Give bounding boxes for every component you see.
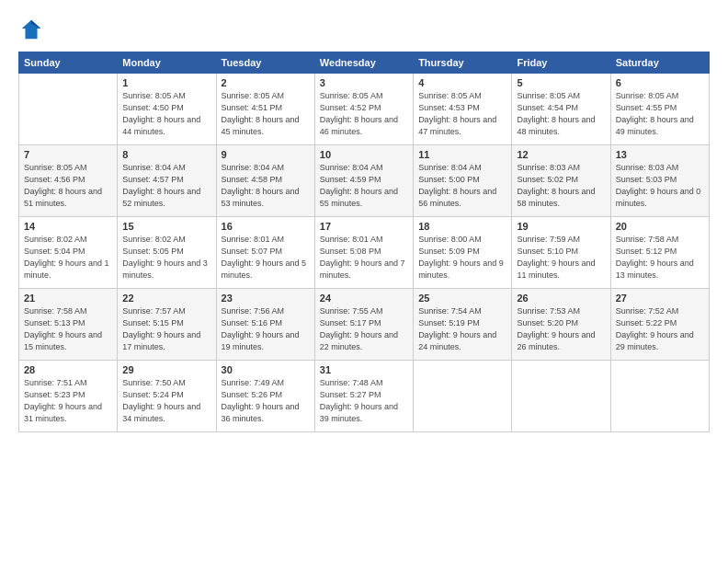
calendar-cell: 7Sunrise: 8:05 AMSunset: 4:56 PMDaylight… xyxy=(19,145,118,217)
header-day-tuesday: Tuesday xyxy=(216,52,314,74)
day-number: 3 xyxy=(320,77,408,88)
calendar-cell: 1Sunrise: 8:05 AMSunset: 4:50 PMDaylight… xyxy=(118,74,216,145)
day-number: 12 xyxy=(517,149,605,160)
logo-icon xyxy=(18,17,44,42)
header-day-sunday: Sunday xyxy=(19,52,118,74)
calendar-cell: 4Sunrise: 8:05 AMSunset: 4:53 PMDaylight… xyxy=(414,74,512,145)
day-number: 7 xyxy=(24,149,112,160)
day-number: 18 xyxy=(418,221,506,232)
day-number: 24 xyxy=(320,293,408,304)
day-number: 28 xyxy=(24,364,112,375)
day-info: Sunrise: 7:50 AMSunset: 5:24 PMDaylight:… xyxy=(122,378,200,423)
header-day-friday: Friday xyxy=(512,52,610,74)
day-info: Sunrise: 8:04 AMSunset: 4:59 PMDaylight:… xyxy=(320,163,398,208)
calendar-cell: 24Sunrise: 7:55 AMSunset: 5:17 PMDayligh… xyxy=(314,289,413,361)
day-number: 23 xyxy=(222,293,310,304)
day-number: 30 xyxy=(222,364,310,375)
day-info: Sunrise: 8:04 AMSunset: 4:57 PMDaylight:… xyxy=(122,163,200,208)
day-info: Sunrise: 7:56 AMSunset: 5:16 PMDaylight:… xyxy=(222,306,300,351)
calendar-cell xyxy=(610,361,709,432)
day-info: Sunrise: 8:05 AMSunset: 4:50 PMDaylight:… xyxy=(122,91,200,136)
calendar-cell: 26Sunrise: 7:53 AMSunset: 5:20 PMDayligh… xyxy=(512,289,610,361)
header-day-saturday: Saturday xyxy=(610,52,709,74)
calendar-cell: 15Sunrise: 8:02 AMSunset: 5:05 PMDayligh… xyxy=(118,217,216,289)
day-number: 4 xyxy=(418,77,506,88)
day-info: Sunrise: 8:04 AMSunset: 4:58 PMDaylight:… xyxy=(222,163,300,208)
day-info: Sunrise: 7:57 AMSunset: 5:15 PMDaylight:… xyxy=(122,306,200,351)
calendar-cell xyxy=(414,361,512,432)
day-info: Sunrise: 8:05 AMSunset: 4:55 PMDaylight:… xyxy=(616,91,694,136)
calendar-cell: 8Sunrise: 8:04 AMSunset: 4:57 PMDaylight… xyxy=(118,145,216,217)
day-info: Sunrise: 7:58 AMSunset: 5:13 PMDaylight:… xyxy=(24,306,102,351)
day-number: 1 xyxy=(122,77,210,88)
day-info: Sunrise: 8:05 AMSunset: 4:52 PMDaylight:… xyxy=(320,91,398,136)
day-info: Sunrise: 7:55 AMSunset: 5:17 PMDaylight:… xyxy=(320,306,398,351)
day-info: Sunrise: 7:53 AMSunset: 5:20 PMDaylight:… xyxy=(517,306,595,351)
day-number: 10 xyxy=(320,149,408,160)
day-info: Sunrise: 7:54 AMSunset: 5:19 PMDaylight:… xyxy=(418,306,496,351)
week-row-3: 14Sunrise: 8:02 AMSunset: 5:04 PMDayligh… xyxy=(19,217,710,289)
calendar-cell: 6Sunrise: 8:05 AMSunset: 4:55 PMDaylight… xyxy=(610,74,709,145)
day-info: Sunrise: 7:59 AMSunset: 5:10 PMDaylight:… xyxy=(517,235,595,280)
day-info: Sunrise: 8:01 AMSunset: 5:08 PMDaylight:… xyxy=(320,235,405,280)
calendar-cell: 3Sunrise: 8:05 AMSunset: 4:52 PMDaylight… xyxy=(314,74,413,145)
day-info: Sunrise: 7:48 AMSunset: 5:27 PMDaylight:… xyxy=(320,378,398,423)
calendar-cell: 31Sunrise: 7:48 AMSunset: 5:27 PMDayligh… xyxy=(314,361,413,432)
header-day-wednesday: Wednesday xyxy=(314,52,413,74)
day-info: Sunrise: 8:03 AMSunset: 5:03 PMDaylight:… xyxy=(616,163,701,208)
day-number: 5 xyxy=(517,77,605,88)
calendar-cell: 14Sunrise: 8:02 AMSunset: 5:04 PMDayligh… xyxy=(19,217,118,289)
calendar-cell: 11Sunrise: 8:04 AMSunset: 5:00 PMDayligh… xyxy=(414,145,512,217)
header xyxy=(18,17,710,42)
day-number: 8 xyxy=(122,149,210,160)
calendar-cell: 13Sunrise: 8:03 AMSunset: 5:03 PMDayligh… xyxy=(610,145,709,217)
week-row-1: 1Sunrise: 8:05 AMSunset: 4:50 PMDaylight… xyxy=(19,74,710,145)
week-row-5: 28Sunrise: 7:51 AMSunset: 5:23 PMDayligh… xyxy=(19,361,710,432)
day-number: 6 xyxy=(616,77,704,88)
day-info: Sunrise: 8:02 AMSunset: 5:05 PMDaylight:… xyxy=(122,235,208,280)
calendar-cell: 18Sunrise: 8:00 AMSunset: 5:09 PMDayligh… xyxy=(414,217,512,289)
day-number: 13 xyxy=(616,149,704,160)
calendar-cell: 9Sunrise: 8:04 AMSunset: 4:58 PMDaylight… xyxy=(216,145,314,217)
calendar-cell: 12Sunrise: 8:03 AMSunset: 5:02 PMDayligh… xyxy=(512,145,610,217)
calendar-cell xyxy=(19,74,118,145)
calendar-cell: 23Sunrise: 7:56 AMSunset: 5:16 PMDayligh… xyxy=(216,289,314,361)
day-info: Sunrise: 8:03 AMSunset: 5:02 PMDaylight:… xyxy=(517,163,595,208)
day-number: 16 xyxy=(222,221,310,232)
day-number: 2 xyxy=(222,77,310,88)
calendar-cell: 2Sunrise: 8:05 AMSunset: 4:51 PMDaylight… xyxy=(216,74,314,145)
header-day-monday: Monday xyxy=(118,52,216,74)
day-info: Sunrise: 7:52 AMSunset: 5:22 PMDaylight:… xyxy=(616,306,694,351)
day-info: Sunrise: 7:58 AMSunset: 5:12 PMDaylight:… xyxy=(616,235,694,280)
calendar-cell: 16Sunrise: 8:01 AMSunset: 5:07 PMDayligh… xyxy=(216,217,314,289)
calendar-cell: 27Sunrise: 7:52 AMSunset: 5:22 PMDayligh… xyxy=(610,289,709,361)
day-number: 19 xyxy=(517,221,605,232)
day-info: Sunrise: 7:51 AMSunset: 5:23 PMDaylight:… xyxy=(24,378,102,423)
calendar-cell: 22Sunrise: 7:57 AMSunset: 5:15 PMDayligh… xyxy=(118,289,216,361)
day-number: 25 xyxy=(418,293,506,304)
day-number: 20 xyxy=(616,221,704,232)
calendar-table: SundayMondayTuesdayWednesdayThursdayFrid… xyxy=(18,52,710,432)
day-info: Sunrise: 8:00 AMSunset: 5:09 PMDaylight:… xyxy=(418,235,504,280)
day-info: Sunrise: 8:01 AMSunset: 5:07 PMDaylight:… xyxy=(222,235,307,280)
week-row-2: 7Sunrise: 8:05 AMSunset: 4:56 PMDaylight… xyxy=(19,145,710,217)
day-info: Sunrise: 8:05 AMSunset: 4:51 PMDaylight:… xyxy=(222,91,300,136)
calendar-cell: 17Sunrise: 8:01 AMSunset: 5:08 PMDayligh… xyxy=(314,217,413,289)
calendar-cell: 25Sunrise: 7:54 AMSunset: 5:19 PMDayligh… xyxy=(414,289,512,361)
calendar-cell xyxy=(512,361,610,432)
day-info: Sunrise: 8:05 AMSunset: 4:56 PMDaylight:… xyxy=(24,163,102,208)
calendar-cell: 19Sunrise: 7:59 AMSunset: 5:10 PMDayligh… xyxy=(512,217,610,289)
day-info: Sunrise: 7:49 AMSunset: 5:26 PMDaylight:… xyxy=(222,378,300,423)
calendar-cell: 5Sunrise: 8:05 AMSunset: 4:54 PMDaylight… xyxy=(512,74,610,145)
calendar-header-row: SundayMondayTuesdayWednesdayThursdayFrid… xyxy=(19,52,710,74)
day-number: 14 xyxy=(24,221,112,232)
day-number: 21 xyxy=(24,293,112,304)
day-number: 9 xyxy=(222,149,310,160)
header-day-thursday: Thursday xyxy=(414,52,512,74)
day-number: 29 xyxy=(122,364,210,375)
calendar-cell: 20Sunrise: 7:58 AMSunset: 5:12 PMDayligh… xyxy=(610,217,709,289)
calendar-cell: 29Sunrise: 7:50 AMSunset: 5:24 PMDayligh… xyxy=(118,361,216,432)
day-number: 11 xyxy=(418,149,506,160)
day-info: Sunrise: 8:04 AMSunset: 5:00 PMDaylight:… xyxy=(418,163,496,208)
day-info: Sunrise: 8:05 AMSunset: 4:54 PMDaylight:… xyxy=(517,91,595,136)
